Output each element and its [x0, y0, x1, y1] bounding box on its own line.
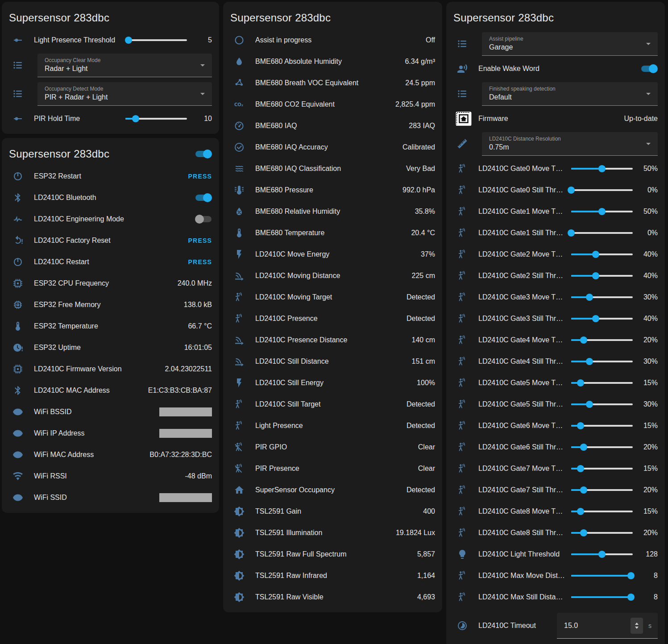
select-occupancy-detect-mode[interactable]: Occupancy Detect ModePIR + Radar + Light — [37, 82, 212, 106]
row-ld2410c-gate7-still-thres[interactable]: LD2410C Gate7 Still Thres…20% — [446, 479, 665, 501]
row-ld2410c-still-target[interactable]: LD2410C Still TargetDetected — [223, 394, 442, 415]
row-ld2410c-gate5-move-thr[interactable]: LD2410C Gate5 Move Thr…15% — [446, 372, 665, 394]
row-tsl2591-gain[interactable]: TSL2591 Gain400 — [223, 501, 442, 522]
slider-thumb[interactable] — [592, 315, 599, 322]
slider[interactable] — [571, 507, 633, 516]
slider-thumb[interactable] — [577, 422, 584, 429]
slider[interactable] — [571, 293, 633, 302]
card-header-toggle[interactable] — [195, 150, 212, 158]
row-bme680-temperature[interactable]: BME680 Temperature20.4 °C — [223, 222, 442, 244]
slider[interactable] — [571, 164, 633, 173]
slider[interactable] — [571, 571, 633, 580]
slider-thumb[interactable] — [568, 187, 575, 194]
row-wifi-rssi[interactable]: WiFi RSSI-48 dBm — [2, 465, 219, 487]
toggle[interactable] — [195, 193, 212, 202]
row-bme680-iaq-accuracy[interactable]: BME680 IAQ AccuracyCalibrated — [223, 137, 442, 158]
slider-thumb[interactable] — [577, 508, 584, 515]
row-ld2410c-gate2-move-thr[interactable]: LD2410C Gate2 Move Thr…40% — [446, 244, 665, 265]
row-enable-wake-word[interactable]: Enable Wake Word — [446, 58, 665, 79]
row-finished-speaking-detection[interactable]: Finished speaking detectionDefault — [446, 79, 665, 108]
row-tsl2591-raw-visible[interactable]: TSL2591 Raw Visible4,693 — [223, 586, 442, 608]
row-tsl2591-illumination[interactable]: TSL2591 Illumination19.1824 Lux — [223, 522, 442, 544]
row-light-presence[interactable]: Light PresenceDetected — [223, 415, 442, 436]
toggle[interactable] — [195, 215, 212, 224]
row-ld2410c-moving-distance[interactable]: LD2410C Moving Distance225 cm — [223, 265, 442, 287]
row-esp32-cpu-frequency[interactable]: ESP32 CPU Frequency240.0 MHz — [2, 273, 219, 294]
row-ld2410c-gate2-still-thres[interactable]: LD2410C Gate2 Still Thres…40% — [446, 265, 665, 287]
row-ld2410c-restart[interactable]: LD2410C RestartPRESS — [2, 251, 219, 273]
slider-thumb[interactable] — [580, 337, 587, 344]
slider[interactable] — [571, 336, 633, 345]
row-tsl2591-raw-infrared[interactable]: TSL2591 Raw Infrared1,164 — [223, 565, 442, 586]
slider-thumb[interactable] — [132, 115, 139, 122]
slider[interactable] — [571, 250, 633, 259]
row-ld2410c-gate7-move-thr[interactable]: LD2410C Gate7 Move Thr…15% — [446, 458, 665, 479]
row-ld2410c-presence-distance[interactable]: LD2410C Presence Distance140 cm — [223, 329, 442, 351]
row-bme680-iaq-classification[interactable]: BME680 IAQ ClassificationVery Bad — [223, 158, 442, 179]
slider[interactable] — [571, 207, 633, 216]
slider-thumb[interactable] — [627, 572, 635, 579]
row-assist-pipeline[interactable]: Assist pipelineGarage — [446, 29, 665, 58]
row-ld2410c-max-move-dista[interactable]: LD2410C Max Move Dista…8 — [446, 565, 665, 586]
row-pir-hold-time[interactable]: PIR Hold Time10 — [2, 108, 219, 129]
slider-thumb[interactable] — [580, 444, 587, 451]
row-wifi-bssid[interactable]: WiFi BSSID — [2, 401, 219, 423]
slider-thumb[interactable] — [586, 294, 593, 301]
row-ld2410c-light-threshold[interactable]: LD2410C Light Threshold128 — [446, 544, 665, 565]
row-ld2410c-gate8-move-thr[interactable]: LD2410C Gate8 Move Thr…15% — [446, 501, 665, 522]
row-supersensor-occupancy[interactable]: SuperSensor OccupancyDetected — [223, 479, 442, 501]
row-ld2410c-gate8-still-thres[interactable]: LD2410C Gate8 Still Thres…20% — [446, 522, 665, 544]
row-tsl2591-raw-full-spectrum[interactable]: TSL2591 Raw Full Spectrum5,857 — [223, 544, 442, 565]
slider-thumb[interactable] — [580, 486, 587, 494]
row-esp32-temperature[interactable]: ESP32 Temperature66.7 °C — [2, 316, 219, 337]
row-ld2410c-moving-target[interactable]: LD2410C Moving TargetDetected — [223, 287, 442, 308]
row-ld2410c-gate1-move-thr[interactable]: LD2410C Gate1 Move Thr…50% — [446, 201, 665, 222]
slider-thumb[interactable] — [592, 272, 599, 279]
slider[interactable] — [571, 314, 633, 323]
row-ld2410c-gate3-move-thr[interactable]: LD2410C Gate3 Move Thr…30% — [446, 287, 665, 308]
slider[interactable] — [125, 36, 187, 45]
press-button[interactable]: PRESS — [188, 173, 212, 180]
slider[interactable] — [571, 464, 633, 473]
slider-thumb[interactable] — [577, 465, 584, 472]
chevron-down-icon[interactable] — [635, 627, 639, 629]
select-assist-pipeline[interactable]: Assist pipelineGarage — [482, 32, 658, 56]
row-ld2410c-max-still-distanc[interactable]: LD2410C Max Still Distanc…8 — [446, 586, 665, 608]
row-esp32-restart[interactable]: ESP32 RestartPRESS — [2, 166, 219, 187]
row-ld2410c-bluetooth[interactable]: LD2410C Bluetooth — [2, 187, 219, 208]
row-pir-gpio[interactable]: PIR GPIOClear — [223, 436, 442, 458]
row-ld2410c-distance-resolution[interactable]: LD2410C Distance Resolution0.75m — [446, 129, 665, 158]
row-pir-presence[interactable]: PIR PresenceClear — [223, 458, 442, 479]
row-ld2410c-gate6-move-thr[interactable]: LD2410C Gate6 Move Thr…15% — [446, 415, 665, 436]
row-ld2410c-gate5-still-thres[interactable]: LD2410C Gate5 Still Thres…30% — [446, 394, 665, 415]
slider[interactable] — [571, 378, 633, 387]
row-ld2410c-factory-reset[interactable]: LD2410C Factory ResetPRESS — [2, 230, 219, 251]
row-wifi-mac-address[interactable]: WiFi MAC AddressB0:A7:32:28:3D:BC — [2, 444, 219, 465]
number-stepper[interactable] — [631, 618, 643, 634]
slider[interactable] — [571, 186, 633, 195]
row-ld2410c-mac-address[interactable]: LD2410C MAC AddressE1:C3:B3:CB:BA:87 — [2, 380, 219, 401]
row-occupancy-detect-mode[interactable]: Occupancy Detect ModePIR + Radar + Light — [2, 79, 219, 108]
row-bme680-pressure[interactable]: BME680 Pressure992.0 hPa — [223, 179, 442, 201]
row-ld2410c-gate4-move-thr[interactable]: LD2410C Gate4 Move Thr…20% — [446, 329, 665, 351]
row-ld2410c-gate4-still-thres[interactable]: LD2410C Gate4 Still Thres…30% — [446, 351, 665, 372]
slider-thumb[interactable] — [586, 401, 593, 408]
slider-thumb[interactable] — [586, 358, 593, 365]
row-wifi-ip-address[interactable]: WiFi IP Address — [2, 423, 219, 444]
row-occupancy-clear-mode[interactable]: Occupancy Clear ModeRadar + Light — [2, 51, 219, 79]
number-input[interactable]: 15.0s — [557, 613, 658, 639]
row-ld2410c-engineering-mode[interactable]: LD2410C Engineering Mode — [2, 208, 219, 230]
slider-thumb[interactable] — [125, 37, 132, 44]
row-ld2410c-presence[interactable]: LD2410C PresenceDetected — [223, 308, 442, 329]
row-firmware[interactable]: FirmwareUp-to-date — [446, 108, 665, 129]
row-ld2410c-gate6-still-thres[interactable]: LD2410C Gate6 Still Thres…20% — [446, 436, 665, 458]
row-bme680-breath-voc-equivalent[interactable]: BME680 Breath VOC Equivalent24.5 ppm — [223, 72, 442, 94]
row-light-presence-threshold[interactable]: Light Presence Threshold5 — [2, 29, 219, 51]
slider-thumb[interactable] — [592, 251, 599, 258]
slider[interactable] — [571, 486, 633, 494]
select-ld2410c-distance-resolution[interactable]: LD2410C Distance Resolution0.75m — [482, 132, 658, 156]
slider[interactable] — [571, 271, 633, 280]
slider-thumb[interactable] — [598, 165, 606, 172]
slider[interactable] — [571, 229, 633, 237]
slider-thumb[interactable] — [580, 529, 587, 536]
